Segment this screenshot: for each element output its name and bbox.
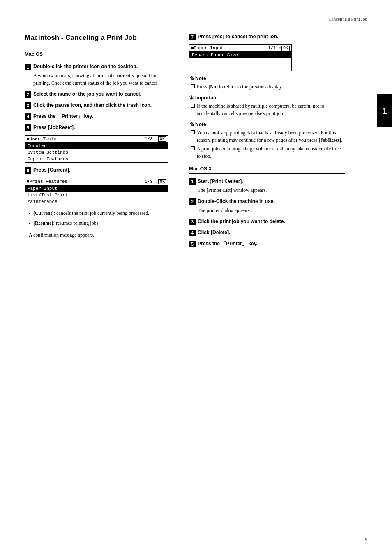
screen-3-item-0: Bypass Paper Size <box>189 52 291 58</box>
page-number: 9 <box>365 537 367 543</box>
step-2: 2 Select the name of the job you want to… <box>25 91 168 98</box>
side-tab-number: 1 <box>382 106 387 116</box>
side-tab: 1 <box>377 94 392 127</box>
screen-1-item-0: Counter <box>25 143 168 149</box>
bullet-dot-1: • <box>29 219 31 228</box>
header-text: Canceling a Print Job <box>329 16 367 21</box>
macosx-step-5-content: Press the 「Printer」 key. <box>198 240 345 247</box>
macosx-step-2-content: Double-Click the machine in use. The pri… <box>198 198 345 214</box>
col-right: 7 Press [Yes] to cancel the print job. ■… <box>177 25 353 260</box>
page-container: Canceling a Print Job 1 Macintosh - Canc… <box>0 0 392 555</box>
screen-2-header-right: 1/3 ↕OK <box>145 179 166 184</box>
macosx-step-1-bold: Start [Print Center]. <box>198 178 345 185</box>
step-1-bold: Double-click the printer icon on the des… <box>33 63 168 70</box>
step-7-bold: Press [Yes] to cancel the print job. <box>198 33 345 40</box>
screen-2-item-0: Paper Input <box>25 185 168 192</box>
macosx-step-5-bold: Press the 「Printer」 key. <box>198 240 345 247</box>
bullet-text-0: [Current]: cancels the print job current… <box>33 210 149 219</box>
step-1-num: 1 <box>25 64 31 70</box>
macosx-step-3: 3 Click the print job you want to delete… <box>189 218 345 225</box>
step-7-num: 7 <box>189 34 196 40</box>
macos-rule <box>25 59 168 59</box>
step-5: 5 Press [JobReset]. <box>25 124 168 131</box>
important-1-item-0: If the machine is shared by multiple com… <box>189 102 345 117</box>
step-2-content: Select the name of the job you want to c… <box>33 91 168 98</box>
step-3-bold: Click the pause icon, and then click the… <box>33 102 168 109</box>
macosx-step-2-num: 2 <box>189 198 196 205</box>
macosx-step-4-bold: Click [Delete]. <box>198 229 345 236</box>
note-1-text-0: Press [No] to return to the previous dis… <box>197 83 283 90</box>
macosx-rule <box>189 173 345 174</box>
screen-3-header: ■Paper Input 1/1 ↕OK <box>189 45 291 52</box>
note-1-icon: ✎ <box>189 75 194 82</box>
note-2-text-1: A print job containing a large volume of… <box>197 145 345 160</box>
step-3-content: Click the pause icon, and then click the… <box>33 102 168 109</box>
screen-2-highlighted: Paper Input <box>25 185 168 192</box>
bullet-item-1: • [Resume]: resumes printing jobs. <box>29 219 168 228</box>
step-4: 4 Press the 「Printer」 key. <box>25 113 168 120</box>
two-col-layout: Macintosh - Canceling a Print Job Mac OS… <box>0 25 392 260</box>
macosx-step-3-bold: Click the print job you want to delete. <box>198 218 345 225</box>
step-2-bold: Select the name of the job you want to c… <box>33 91 168 98</box>
note-1-item-0: Press [No] to return to the previous dis… <box>189 83 345 90</box>
macosx-step-2: 2 Double-Click the machine in use. The p… <box>189 198 345 214</box>
macosx-step-2-text: The printer dialog appears. <box>198 207 345 214</box>
screen-1: ■User Tools 1/3 ↕OK Counter System Setti… <box>25 135 168 163</box>
step-5-num: 5 <box>25 124 31 131</box>
note-2: ✎ Note You cannot stop printing data tha… <box>189 121 345 160</box>
screen-1-header-left: ■User Tools <box>27 136 57 141</box>
macosx-step-1-text: The [Printer List] window appears. <box>198 187 345 194</box>
step-2-num: 2 <box>25 91 31 98</box>
note-1-title: ✎ Note <box>189 75 345 82</box>
step-6-bold: Press [Current]. <box>33 167 168 174</box>
screen-3-header-left: ■Paper Input <box>191 46 224 51</box>
macosx-step-5: 5 Press the 「Printer」 key. <box>189 240 345 247</box>
macosx-step-4: 4 Click [Delete]. <box>189 229 345 236</box>
screen-2: ■Print Features 1/3 ↕OK Paper Input List… <box>25 178 168 205</box>
screen-2-item-2: Maintenance <box>25 198 168 205</box>
screen-1-highlighted: Counter <box>25 143 168 149</box>
important-1-checkbox-0 <box>191 104 195 108</box>
step-7-content: Press [Yes] to cancel the print job. <box>198 33 345 40</box>
col-left: Macintosh - Canceling a Print Job Mac OS… <box>0 25 177 260</box>
step-5-content: Press [JobReset]. <box>33 124 168 131</box>
step-5-bold: Press [JobReset]. <box>33 124 168 131</box>
screen-1-item-1: System Settings <box>25 149 168 156</box>
screen-1-header: ■User Tools 1/3 ↕OK <box>25 136 168 143</box>
macosx-step-2-bold: Double-Click the machine in use. <box>198 198 345 205</box>
screen-3: ■Paper Input 1/1 ↕OK Bypass Paper Size <box>189 44 292 71</box>
screen-3-empty <box>189 58 291 71</box>
step-4-num: 4 <box>25 113 31 120</box>
step-6-content: Press [Current]. <box>33 167 168 174</box>
gear-icon: ✶ <box>189 94 194 101</box>
note-1-checkbox-0 <box>191 84 195 88</box>
step-3-num: 3 <box>25 102 31 109</box>
bullet-item-0: • [Current]: cancels the print job curre… <box>29 210 168 219</box>
macosx-step-4-content: Click [Delete]. <box>198 229 345 236</box>
macos-heading: Mac OS <box>25 51 168 57</box>
note-1-label: Note <box>195 76 206 81</box>
note-2-checkbox-1 <box>191 146 195 150</box>
page-header: Canceling a Print Job <box>0 12 392 21</box>
screen-2-item-1: List/Test Print <box>25 192 168 198</box>
important-1-title: ✶ Important <box>189 94 345 101</box>
step-1-content: Double-click the printer icon on the des… <box>33 63 168 87</box>
screen-3-header-right: 1/1 ↕OK <box>268 46 290 51</box>
note-2-checkbox-0 <box>191 130 195 134</box>
step-6: 6 Press [Current]. <box>25 167 168 174</box>
bullet-dot-0: • <box>29 210 31 219</box>
screen-1-header-right: 1/3 ↕OK <box>145 136 166 141</box>
section-title: Macintosh - Canceling a Print Job <box>25 33 168 42</box>
macosx-step-1-num: 1 <box>189 178 196 185</box>
macosx-step-1: 1 Start [Print Center]. The [Printer Lis… <box>189 178 345 194</box>
macosx-step-1-content: Start [Print Center]. The [Printer List]… <box>198 178 345 194</box>
step-7: 7 Press [Yes] to cancel the print job. <box>189 33 345 40</box>
note-2-item-0: You cannot stop printing data that has a… <box>189 129 345 144</box>
note-2-title: ✎ Note <box>189 121 345 128</box>
important-1-text-0: If the machine is shared by multiple com… <box>197 102 345 117</box>
step-1-text: A window appears, showing all print jobs… <box>33 72 168 87</box>
macosx-section: Mac OS X 1 Start [Print Center]. The [Pr… <box>189 164 345 247</box>
step-1: 1 Double-click the printer icon on the d… <box>25 63 168 87</box>
screen-3-highlighted: Bypass Paper Size <box>189 52 291 58</box>
important-1-label: Important <box>195 95 218 101</box>
